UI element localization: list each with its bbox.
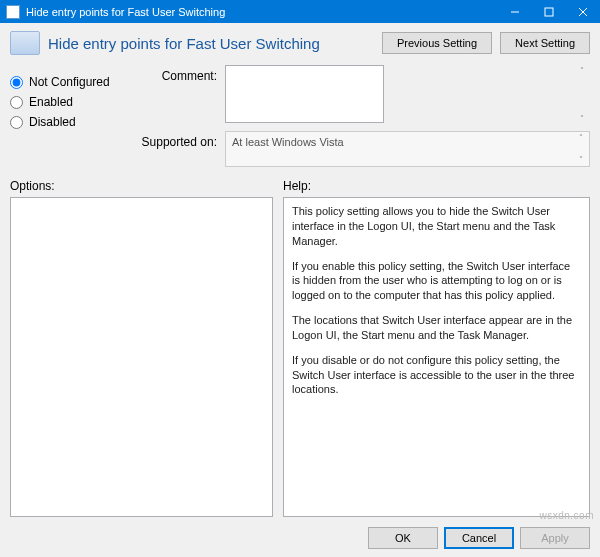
- header-row: Hide entry points for Fast User Switchin…: [10, 31, 590, 55]
- supported-value: At least Windows Vista: [232, 136, 344, 148]
- window-controls: [498, 0, 600, 23]
- radio-not-configured-input[interactable]: [10, 76, 23, 89]
- svg-rect-1: [545, 8, 553, 16]
- previous-setting-button[interactable]: Previous Setting: [382, 32, 492, 54]
- close-button[interactable]: [566, 0, 600, 23]
- radio-enabled-input[interactable]: [10, 96, 23, 109]
- policy-title: Hide entry points for Fast User Switchin…: [48, 35, 320, 52]
- comment-scrollbar[interactable]: ˄˅: [575, 66, 589, 124]
- minimize-icon: [510, 7, 520, 17]
- bottom-bar: OK Cancel Apply: [10, 517, 590, 549]
- help-pane[interactable]: This policy setting allows you to hide t…: [283, 197, 590, 517]
- radio-enabled[interactable]: Enabled: [10, 95, 125, 109]
- comment-label: Comment:: [137, 65, 217, 125]
- help-paragraph: The locations that Switch User interface…: [292, 313, 581, 343]
- maximize-button[interactable]: [532, 0, 566, 23]
- nav-buttons: Previous Setting Next Setting: [382, 32, 590, 54]
- supported-label: Supported on:: [137, 131, 217, 167]
- radio-disabled-label: Disabled: [29, 115, 76, 129]
- next-setting-button[interactable]: Next Setting: [500, 32, 590, 54]
- ok-button[interactable]: OK: [368, 527, 438, 549]
- comment-textarea[interactable]: [225, 65, 384, 123]
- comment-field: Comment: ˄˅: [137, 65, 590, 125]
- app-icon: [6, 5, 20, 19]
- content-area: Hide entry points for Fast User Switchin…: [0, 23, 600, 557]
- radio-disabled[interactable]: Disabled: [10, 115, 125, 129]
- cancel-button[interactable]: Cancel: [444, 527, 514, 549]
- supported-field: Supported on: At least Windows Vista ˄˅: [137, 131, 590, 167]
- state-radio-group: Not Configured Enabled Disabled: [10, 65, 125, 167]
- supported-scrollbar[interactable]: ˄˅: [574, 133, 588, 165]
- apply-button[interactable]: Apply: [520, 527, 590, 549]
- policy-icon: [10, 31, 40, 55]
- radio-disabled-input[interactable]: [10, 116, 23, 129]
- radio-enabled-label: Enabled: [29, 95, 73, 109]
- maximize-icon: [544, 7, 554, 17]
- panes-row: This policy setting allows you to hide t…: [10, 197, 590, 517]
- radio-not-configured-label: Not Configured: [29, 75, 110, 89]
- config-row: Not Configured Enabled Disabled Comment:…: [10, 65, 590, 167]
- radio-not-configured[interactable]: Not Configured: [10, 75, 125, 89]
- window-title: Hide entry points for Fast User Switchin…: [26, 6, 498, 18]
- supported-box: At least Windows Vista ˄˅: [225, 131, 590, 167]
- close-icon: [578, 7, 588, 17]
- help-paragraph: If you enable this policy setting, the S…: [292, 259, 581, 304]
- options-label: Options:: [10, 179, 273, 193]
- options-pane[interactable]: [10, 197, 273, 517]
- help-paragraph: This policy setting allows you to hide t…: [292, 204, 581, 249]
- pane-labels-row: Options: Help:: [10, 179, 590, 193]
- help-paragraph: If you disable or do not configure this …: [292, 353, 581, 398]
- titlebar: Hide entry points for Fast User Switchin…: [0, 0, 600, 23]
- field-column: Comment: ˄˅ Supported on: At least Windo…: [137, 65, 590, 167]
- minimize-button[interactable]: [498, 0, 532, 23]
- help-label: Help:: [283, 179, 311, 193]
